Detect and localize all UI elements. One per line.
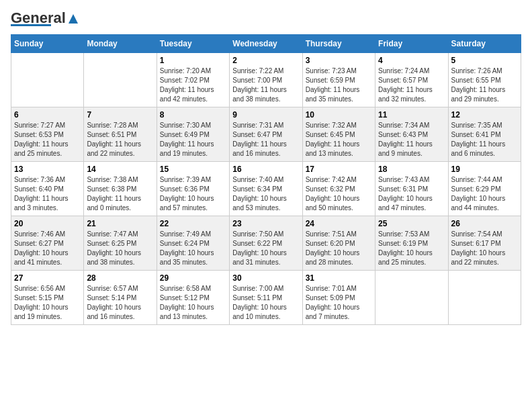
day-info: Sunrise: 6:57 AM Sunset: 5:14 PM Dayligh… bbox=[87, 284, 153, 322]
calendar-cell: 23Sunrise: 7:50 AM Sunset: 6:22 PM Dayli… bbox=[230, 216, 302, 271]
calendar-cell: 22Sunrise: 7:49 AM Sunset: 6:24 PM Dayli… bbox=[157, 216, 229, 271]
calendar-header-row: SundayMondayTuesdayWednesdayThursdayFrid… bbox=[11, 35, 521, 53]
day-number: 29 bbox=[160, 273, 226, 283]
day-number: 31 bbox=[306, 273, 372, 283]
calendar-cell: 28Sunrise: 6:57 AM Sunset: 5:14 PM Dayli… bbox=[84, 271, 157, 325]
calendar-week-row: 1Sunrise: 7:20 AM Sunset: 7:02 PM Daylig… bbox=[11, 53, 521, 107]
calendar-cell: 6Sunrise: 7:27 AM Sunset: 6:53 PM Daylig… bbox=[11, 107, 84, 162]
calendar-header-thursday: Thursday bbox=[302, 35, 375, 53]
calendar-cell: 26Sunrise: 7:54 AM Sunset: 6:17 PM Dayli… bbox=[448, 216, 521, 271]
calendar-cell bbox=[84, 53, 157, 107]
calendar-cell: 24Sunrise: 7:51 AM Sunset: 6:20 PM Dayli… bbox=[302, 216, 375, 271]
day-info: Sunrise: 7:01 AM Sunset: 5:09 PM Dayligh… bbox=[306, 284, 372, 322]
calendar-cell: 16Sunrise: 7:40 AM Sunset: 6:34 PM Dayli… bbox=[230, 162, 302, 216]
day-number: 1 bbox=[160, 56, 226, 65]
logo: General bbox=[11, 11, 79, 26]
calendar-header-friday: Friday bbox=[375, 35, 448, 53]
calendar-cell: 18Sunrise: 7:43 AM Sunset: 6:31 PM Dayli… bbox=[375, 162, 448, 216]
calendar-cell: 8Sunrise: 7:30 AM Sunset: 6:49 PM Daylig… bbox=[157, 107, 229, 162]
day-number: 22 bbox=[160, 219, 226, 228]
day-info: Sunrise: 7:39 AM Sunset: 6:36 PM Dayligh… bbox=[160, 175, 226, 213]
day-number: 30 bbox=[232, 273, 299, 283]
day-info: Sunrise: 7:43 AM Sunset: 6:31 PM Dayligh… bbox=[378, 175, 445, 213]
calendar-cell: 15Sunrise: 7:39 AM Sunset: 6:36 PM Dayli… bbox=[157, 162, 229, 216]
calendar-cell: 21Sunrise: 7:47 AM Sunset: 6:25 PM Dayli… bbox=[84, 216, 157, 271]
day-info: Sunrise: 7:54 AM Sunset: 6:17 PM Dayligh… bbox=[451, 230, 518, 267]
day-number: 17 bbox=[306, 165, 372, 174]
day-info: Sunrise: 6:58 AM Sunset: 5:12 PM Dayligh… bbox=[160, 284, 226, 322]
day-number: 26 bbox=[451, 219, 518, 228]
svg-marker-0 bbox=[69, 14, 78, 24]
calendar-cell bbox=[11, 53, 84, 107]
calendar-header-tuesday: Tuesday bbox=[157, 35, 229, 53]
calendar-cell: 3Sunrise: 7:23 AM Sunset: 6:59 PM Daylig… bbox=[302, 53, 375, 107]
logo-text: General bbox=[11, 11, 79, 26]
logo-bird-icon bbox=[67, 13, 79, 25]
day-info: Sunrise: 7:35 AM Sunset: 6:41 PM Dayligh… bbox=[451, 121, 518, 158]
calendar-table: SundayMondayTuesdayWednesdayThursdayFrid… bbox=[11, 34, 521, 325]
calendar-cell: 27Sunrise: 6:56 AM Sunset: 5:15 PM Dayli… bbox=[11, 271, 84, 325]
day-number: 4 bbox=[378, 56, 445, 65]
day-info: Sunrise: 7:49 AM Sunset: 6:24 PM Dayligh… bbox=[160, 230, 226, 267]
calendar-header-monday: Monday bbox=[84, 35, 157, 53]
calendar-week-row: 6Sunrise: 7:27 AM Sunset: 6:53 PM Daylig… bbox=[11, 107, 521, 162]
page-header: General bbox=[11, 11, 521, 26]
calendar-cell: 2Sunrise: 7:22 AM Sunset: 7:00 PM Daylig… bbox=[230, 53, 302, 107]
day-info: Sunrise: 7:28 AM Sunset: 6:51 PM Dayligh… bbox=[87, 121, 153, 158]
day-number: 3 bbox=[306, 56, 372, 65]
day-info: Sunrise: 7:47 AM Sunset: 6:25 PM Dayligh… bbox=[87, 230, 153, 267]
day-number: 2 bbox=[232, 56, 299, 65]
day-number: 11 bbox=[378, 110, 445, 120]
calendar-week-row: 27Sunrise: 6:56 AM Sunset: 5:15 PM Dayli… bbox=[11, 271, 521, 325]
calendar-cell: 17Sunrise: 7:42 AM Sunset: 6:32 PM Dayli… bbox=[302, 162, 375, 216]
day-info: Sunrise: 7:26 AM Sunset: 6:55 PM Dayligh… bbox=[451, 66, 518, 104]
calendar-cell: 1Sunrise: 7:20 AM Sunset: 7:02 PM Daylig… bbox=[157, 53, 229, 107]
day-number: 6 bbox=[14, 110, 81, 120]
day-info: Sunrise: 7:20 AM Sunset: 7:02 PM Dayligh… bbox=[160, 66, 226, 104]
logo-underline bbox=[11, 24, 51, 26]
calendar-cell: 9Sunrise: 7:31 AM Sunset: 6:47 PM Daylig… bbox=[230, 107, 302, 162]
calendar-week-row: 13Sunrise: 7:36 AM Sunset: 6:40 PM Dayli… bbox=[11, 162, 521, 216]
calendar-cell: 20Sunrise: 7:46 AM Sunset: 6:27 PM Dayli… bbox=[11, 216, 84, 271]
calendar-header-sunday: Sunday bbox=[11, 35, 84, 53]
day-info: Sunrise: 7:31 AM Sunset: 6:47 PM Dayligh… bbox=[232, 121, 299, 158]
day-info: Sunrise: 7:36 AM Sunset: 6:40 PM Dayligh… bbox=[14, 175, 81, 213]
calendar-cell: 5Sunrise: 7:26 AM Sunset: 6:55 PM Daylig… bbox=[448, 53, 521, 107]
day-info: Sunrise: 7:34 AM Sunset: 6:43 PM Dayligh… bbox=[378, 121, 445, 158]
calendar-cell: 14Sunrise: 7:38 AM Sunset: 6:38 PM Dayli… bbox=[84, 162, 157, 216]
day-number: 20 bbox=[14, 219, 81, 228]
calendar-cell bbox=[375, 271, 448, 325]
day-info: Sunrise: 7:42 AM Sunset: 6:32 PM Dayligh… bbox=[306, 175, 372, 213]
day-number: 5 bbox=[451, 56, 518, 65]
day-info: Sunrise: 7:32 AM Sunset: 6:45 PM Dayligh… bbox=[306, 121, 372, 158]
day-info: Sunrise: 7:51 AM Sunset: 6:20 PM Dayligh… bbox=[306, 230, 372, 267]
day-info: Sunrise: 7:23 AM Sunset: 6:59 PM Dayligh… bbox=[306, 66, 372, 104]
calendar-cell: 25Sunrise: 7:53 AM Sunset: 6:19 PM Dayli… bbox=[375, 216, 448, 271]
day-number: 7 bbox=[87, 110, 153, 120]
calendar-cell: 10Sunrise: 7:32 AM Sunset: 6:45 PM Dayli… bbox=[302, 107, 375, 162]
calendar-cell: 13Sunrise: 7:36 AM Sunset: 6:40 PM Dayli… bbox=[11, 162, 84, 216]
day-info: Sunrise: 7:00 AM Sunset: 5:11 PM Dayligh… bbox=[232, 284, 299, 322]
day-info: Sunrise: 7:27 AM Sunset: 6:53 PM Dayligh… bbox=[14, 121, 81, 158]
day-number: 9 bbox=[232, 110, 299, 120]
calendar-cell: 12Sunrise: 7:35 AM Sunset: 6:41 PM Dayli… bbox=[448, 107, 521, 162]
day-number: 27 bbox=[14, 273, 81, 283]
day-number: 18 bbox=[378, 165, 445, 174]
calendar-cell: 31Sunrise: 7:01 AM Sunset: 5:09 PM Dayli… bbox=[302, 271, 375, 325]
day-number: 13 bbox=[14, 165, 81, 174]
day-info: Sunrise: 7:46 AM Sunset: 6:27 PM Dayligh… bbox=[14, 230, 81, 267]
day-number: 8 bbox=[160, 110, 226, 120]
day-info: Sunrise: 7:30 AM Sunset: 6:49 PM Dayligh… bbox=[160, 121, 226, 158]
calendar-header-saturday: Saturday bbox=[448, 35, 521, 53]
day-number: 14 bbox=[87, 165, 153, 174]
calendar-cell: 30Sunrise: 7:00 AM Sunset: 5:11 PM Dayli… bbox=[230, 271, 302, 325]
calendar-week-row: 20Sunrise: 7:46 AM Sunset: 6:27 PM Dayli… bbox=[11, 216, 521, 271]
day-number: 24 bbox=[306, 219, 372, 228]
day-info: Sunrise: 7:40 AM Sunset: 6:34 PM Dayligh… bbox=[232, 175, 299, 213]
day-number: 28 bbox=[87, 273, 153, 283]
day-number: 25 bbox=[378, 219, 445, 228]
day-info: Sunrise: 7:53 AM Sunset: 6:19 PM Dayligh… bbox=[378, 230, 445, 267]
day-number: 12 bbox=[451, 110, 518, 120]
calendar-cell: 7Sunrise: 7:28 AM Sunset: 6:51 PM Daylig… bbox=[84, 107, 157, 162]
day-number: 10 bbox=[306, 110, 372, 120]
